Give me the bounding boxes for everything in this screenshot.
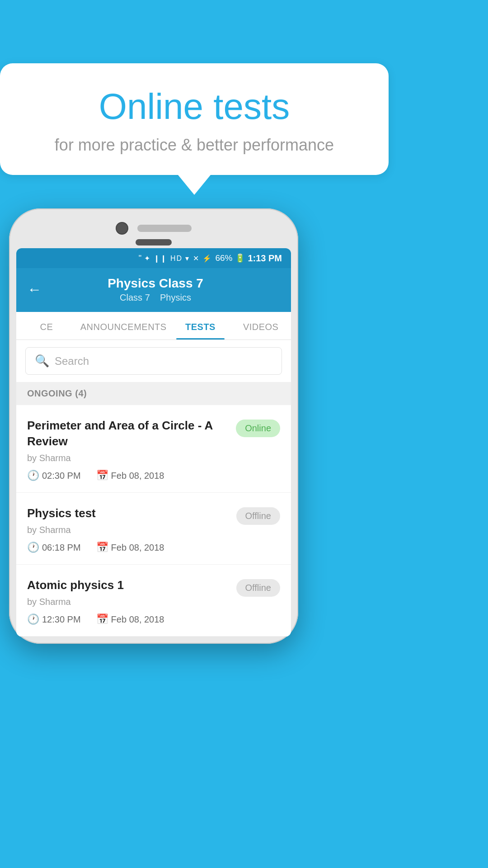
clock-icon-3: 🕐: [27, 613, 39, 625]
phone-mockup: " ✦ ❙❙ HD ▾ ✕ ⚡ 66% 🔋 1:13 PM ← Physics …: [0, 208, 307, 644]
phone-speaker: [137, 225, 192, 232]
test-3-date-block: 📅 Feb 08, 2018: [96, 613, 164, 625]
test-3-title: Atomic physics 1: [27, 577, 229, 593]
test-item-2-left: Physics test by Sharma 🕐 06:18 PM 📅 Feb …: [27, 505, 236, 553]
phone-body: " ✦ ❙❙ HD ▾ ✕ ⚡ 66% 🔋 1:13 PM ← Physics …: [9, 208, 298, 644]
clock-icon-2: 🕐: [27, 542, 39, 553]
bluetooth-icon: ": [139, 254, 141, 263]
test-3-author: by Sharma: [27, 597, 229, 607]
test-2-date: Feb 08, 2018: [111, 542, 164, 553]
tab-announcements[interactable]: ANNOUNCEMENTS: [77, 312, 170, 340]
test-3-status-badge: Offline: [236, 579, 280, 597]
test-1-status-badge: Online: [236, 420, 280, 437]
test-1-date: Feb 08, 2018: [111, 471, 164, 481]
test-2-time: 06:18 PM: [42, 542, 81, 553]
phone-home-sensor: [136, 239, 172, 245]
test-item-2[interactable]: Physics test by Sharma 🕐 06:18 PM 📅 Feb …: [16, 493, 291, 565]
test-2-time-block: 🕐 06:18 PM: [27, 542, 81, 553]
bubble-title: Online tests: [32, 86, 357, 127]
app-header: ← Physics Class 7 Class 7 Physics: [16, 268, 291, 312]
test-3-meta: 🕐 12:30 PM 📅 Feb 08, 2018: [27, 613, 229, 625]
test-3-time-block: 🕐 12:30 PM: [27, 613, 81, 625]
test-1-title: Perimeter and Area of a Circle - A Revie…: [27, 418, 229, 449]
calendar-icon-1: 📅: [96, 470, 108, 481]
app-header-subtitle: Class 7 Physics: [49, 292, 262, 303]
test-2-author: by Sharma: [27, 525, 229, 535]
calendar-icon-3: 📅: [96, 613, 108, 625]
test-2-title: Physics test: [27, 505, 229, 521]
test-2-status-badge: Offline: [236, 507, 280, 525]
test-1-time-block: 🕐 02:30 PM: [27, 470, 81, 481]
calendar-icon-2: 📅: [96, 542, 108, 553]
test-item-3-left: Atomic physics 1 by Sharma 🕐 12:30 PM 📅 …: [27, 577, 236, 625]
test-2-meta: 🕐 06:18 PM 📅 Feb 08, 2018: [27, 542, 229, 553]
section-ongoing-header: ONGOING (4): [16, 382, 291, 405]
status-bar: " ✦ ❙❙ HD ▾ ✕ ⚡ 66% 🔋 1:13 PM: [16, 248, 291, 268]
promo-bubble: Online tests for more practice & better …: [0, 63, 389, 195]
status-icons: " ✦ ❙❙ HD ▾ ✕ ⚡ 66% 🔋 1:13 PM: [139, 253, 282, 264]
status-time: 1:13 PM: [248, 253, 282, 264]
test-2-date-block: 📅 Feb 08, 2018: [96, 542, 164, 553]
bubble-subtitle: for more practice & better performance: [32, 136, 357, 155]
search-container: 🔍 Search: [16, 340, 291, 382]
tab-bar: CE ANNOUNCEMENTS TESTS VIDEOS: [16, 312, 291, 340]
phone-top-bar: [16, 216, 291, 239]
search-placeholder: Search: [55, 355, 89, 368]
status-icons-text: ✦ ❙❙ HD ▾ ✕ ⚡: [144, 254, 212, 263]
app-background: Online tests for more practice & better …: [0, 0, 488, 868]
status-battery-icon: 🔋: [235, 253, 245, 263]
header-title-block: Physics Class 7 Class 7 Physics: [49, 276, 262, 303]
test-1-author: by Sharma: [27, 453, 229, 463]
test-item-1[interactable]: Perimeter and Area of a Circle - A Revie…: [16, 405, 291, 493]
test-1-time: 02:30 PM: [42, 471, 81, 481]
tab-tests[interactable]: TESTS: [170, 312, 231, 340]
test-item-1-left: Perimeter and Area of a Circle - A Revie…: [27, 418, 236, 481]
bubble-tail: [178, 175, 211, 195]
test-1-date-block: 📅 Feb 08, 2018: [96, 470, 164, 481]
tab-videos[interactable]: VIDEOS: [230, 312, 291, 340]
phone-screen: " ✦ ❙❙ HD ▾ ✕ ⚡ 66% 🔋 1:13 PM ← Physics …: [16, 248, 291, 637]
phone-camera: [116, 222, 128, 235]
test-1-meta: 🕐 02:30 PM 📅 Feb 08, 2018: [27, 470, 229, 481]
test-3-date: Feb 08, 2018: [111, 614, 164, 625]
test-3-time: 12:30 PM: [42, 614, 81, 625]
test-item-3[interactable]: Atomic physics 1 by Sharma 🕐 12:30 PM 📅 …: [16, 565, 291, 637]
search-bar[interactable]: 🔍 Search: [25, 347, 282, 375]
back-button[interactable]: ←: [27, 281, 42, 298]
tab-ce[interactable]: CE: [16, 312, 77, 340]
search-icon: 🔍: [35, 354, 49, 368]
bubble-box: Online tests for more practice & better …: [0, 63, 389, 175]
battery-text: 66%: [215, 253, 232, 263]
clock-icon-1: 🕐: [27, 470, 39, 481]
app-header-title: Physics Class 7: [49, 276, 262, 291]
